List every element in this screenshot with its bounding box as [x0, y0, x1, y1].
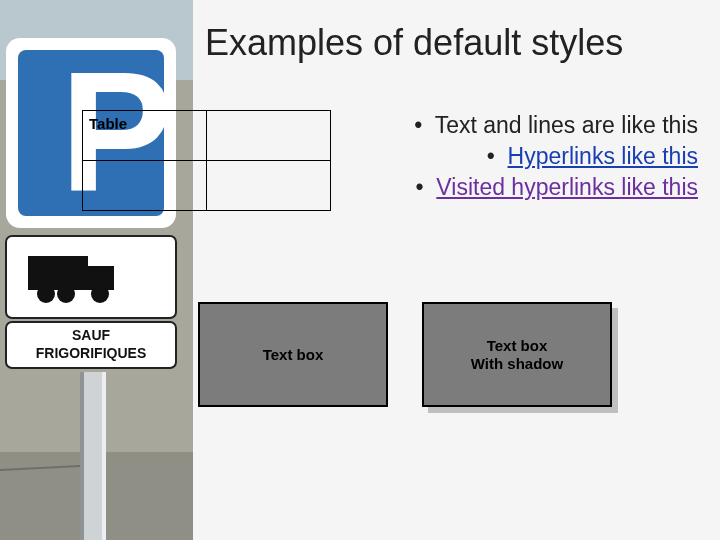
hyperlink-example[interactable]: Hyperlinks like this — [508, 143, 698, 169]
table-row — [83, 161, 331, 211]
table-cell — [207, 161, 331, 211]
example-table: Table — [82, 110, 331, 211]
visited-hyperlink-example[interactable]: Visited hyperlinks like this — [436, 174, 698, 200]
text-box-plain: Text box — [198, 302, 388, 407]
svg-rect-15 — [80, 372, 84, 540]
text-box-label: Text box With shadow — [471, 337, 563, 373]
svg-point-10 — [91, 285, 109, 303]
bullet-list: • Text and lines are like this • Hyperli… — [414, 110, 698, 203]
svg-text:SAUF: SAUF — [72, 327, 111, 343]
table-row: Table — [83, 111, 331, 161]
text-box-shadow: Text box With shadow — [422, 302, 612, 407]
svg-rect-17 — [0, 452, 80, 540]
text-box-label: Text box — [263, 346, 324, 364]
svg-point-8 — [37, 285, 55, 303]
bullet-hyperlink: • Hyperlinks like this — [414, 141, 698, 172]
slide-background-image: P SAUF FRIGORIFIQUES — [0, 0, 193, 540]
svg-rect-18 — [106, 452, 193, 540]
bullet-visited-hyperlink: • Visited hyperlinks like this — [414, 172, 698, 203]
bullet-text: • Text and lines are like this — [414, 110, 698, 141]
table-cell-header: Table — [83, 111, 207, 161]
svg-rect-16 — [102, 372, 106, 540]
table-cell — [207, 111, 331, 161]
svg-point-9 — [57, 285, 75, 303]
svg-text:FRIGORIFIQUES: FRIGORIFIQUES — [36, 345, 146, 361]
slide-title: Examples of default styles — [205, 22, 623, 64]
table-cell — [83, 161, 207, 211]
svg-rect-6 — [28, 256, 88, 290]
